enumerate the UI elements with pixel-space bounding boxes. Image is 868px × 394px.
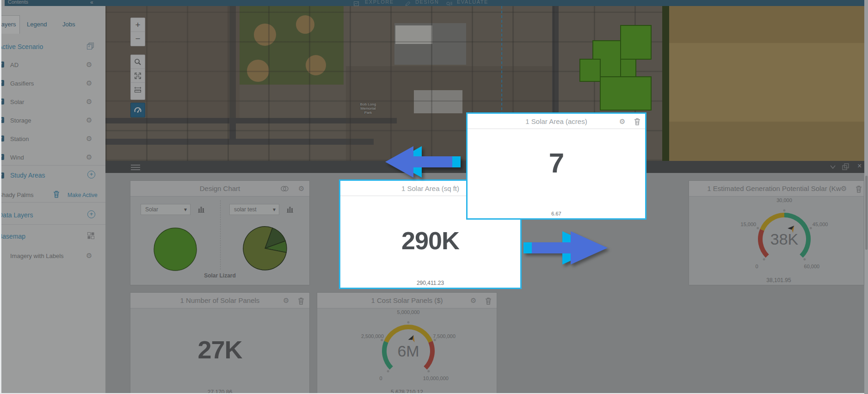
map-park-label: Bob LongMemorialPark — [354, 102, 382, 115]
svg-text:15,000: 15,000 — [741, 222, 757, 227]
layer-label: Storage — [10, 117, 31, 124]
add-data-layer-button[interactable]: + — [87, 210, 95, 218]
layer-label: Gasifiers — [10, 80, 34, 87]
page-edge-left — [0, 0, 1, 394]
dashboard-menu-icon[interactable] — [131, 163, 140, 172]
svg-text:5,000,000: 5,000,000 — [397, 309, 420, 315]
indicator-value: 27K — [130, 335, 309, 364]
chart-field-select-left[interactable]: Solar▾ — [141, 204, 191, 215]
map-field-strip — [669, 6, 864, 43]
panel-trash-icon[interactable] — [298, 297, 304, 306]
vertical-scrollbar[interactable] — [864, 0, 868, 394]
zoom-control: + − — [130, 18, 145, 46]
layer-gear-icon[interactable]: ⚙ — [86, 117, 92, 123]
layer-label: Solar — [10, 98, 24, 105]
layer-gear-icon[interactable]: ⚙ — [86, 98, 92, 105]
design-icon — [405, 0, 410, 6]
study-areas-checkbox[interactable]: ✓ — [1, 172, 4, 179]
design-chart-panel: Design Chart ⚙ Solar▾ solar test▾ Solar … — [130, 180, 310, 285]
solar-design-polygons[interactable] — [575, 23, 658, 117]
make-active-link[interactable]: Make Active — [68, 192, 98, 198]
zoom-out-button[interactable]: − — [131, 32, 145, 46]
gauge-cost: 02,500,0005,000,0007,500,00010,000,0006M — [330, 296, 487, 391]
svg-text:38K: 38K — [770, 230, 799, 248]
annotation-arrow-right — [523, 229, 611, 268]
map-field-strip — [669, 122, 864, 161]
layer-checkbox[interactable]: ✓ — [1, 117, 4, 123]
pie-chart-solar-test — [242, 226, 288, 273]
panel-header: 1 Solar Area (acres) ⚙ — [468, 114, 645, 129]
top-app-bar: Contents « EXPLORE DESIGN EVALUATE — [1, 0, 864, 6]
measure-button[interactable] — [131, 83, 145, 97]
panel-gear-icon[interactable]: ⚙ — [298, 185, 304, 192]
panel-trash-icon[interactable] — [634, 118, 640, 127]
delete-study-area-icon[interactable] — [53, 191, 60, 200]
evaluate-icon — [446, 0, 452, 6]
basemap-gallery-icon[interactable] — [87, 232, 94, 241]
svg-text:0: 0 — [380, 376, 382, 381]
tab-layers[interactable]: Layers — [1, 15, 20, 34]
indicator-detail-value: 290,411.23 — [340, 280, 520, 286]
svg-text:7,500,000: 7,500,000 — [433, 333, 456, 339]
divider — [1, 202, 105, 203]
bar-chart-type-icon[interactable] — [287, 206, 294, 215]
indicator-value: 290K — [340, 226, 520, 255]
menu-explore[interactable]: EXPLORE — [365, 0, 394, 5]
active-scenario-header: Active Scenario — [1, 43, 43, 50]
basemap-header: Basemap — [1, 233, 25, 240]
tab-legend[interactable]: Legend — [27, 21, 47, 28]
bar-chart-type-icon[interactable] — [198, 206, 205, 215]
restore-dashboard-icon[interactable] — [842, 163, 850, 173]
pie-chart-toggle-icon[interactable] — [281, 185, 289, 193]
layer-gear-icon[interactable]: ⚙ — [86, 80, 92, 86]
layer-checkbox[interactable]: ✓ — [1, 154, 4, 160]
duplicate-scenario-icon[interactable] — [87, 42, 94, 51]
explore-icon — [354, 0, 359, 6]
basemap-item-label: Imagery with Labels — [10, 252, 64, 259]
chart-field-select-right[interactable]: solar test▾ — [229, 204, 279, 215]
svg-text:0: 0 — [756, 264, 758, 269]
dashboard-toggle-button[interactable] — [130, 103, 145, 117]
panel-header: Design Chart ⚙ — [130, 181, 309, 197]
panel-title: 1 Solar Area (acres) — [468, 114, 645, 129]
menu-design[interactable]: DESIGN — [415, 0, 439, 5]
indicator-detail-value: 6.67 — [468, 211, 645, 216]
map-tree-line — [662, 6, 669, 161]
full-extent-button[interactable] — [131, 69, 145, 83]
svg-text:10,000,000: 10,000,000 — [423, 376, 449, 381]
panel-gear-icon[interactable]: ⚙ — [619, 118, 625, 125]
menu-evaluate[interactable]: EVALUATE — [457, 0, 488, 5]
svg-text:6M: 6M — [397, 342, 419, 360]
add-study-area-button[interactable]: + — [87, 171, 95, 179]
layer-checkbox[interactable]: ✓ — [1, 135, 4, 142]
layer-label: AD — [10, 62, 18, 68]
layer-gear-icon[interactable]: ⚙ — [86, 154, 92, 160]
zoom-in-button[interactable]: + — [131, 18, 145, 32]
contents-panel: Layers Legend Jobs Active Scenario ✓AD⚙ … — [1, 6, 105, 393]
panel-gear-icon[interactable]: ⚙ — [283, 297, 289, 304]
chart-split-divider — [220, 200, 221, 270]
close-dashboard-icon[interactable]: × — [857, 162, 862, 170]
tab-jobs[interactable]: Jobs — [62, 21, 75, 28]
layer-checkbox[interactable]: ✓ — [1, 62, 4, 68]
panel-header: 1 Number of Solar Panels ⚙ — [130, 293, 309, 308]
study-areas-header: Study Areas — [10, 172, 45, 179]
chevron-down-icon: ▾ — [273, 204, 276, 215]
scrollbar-thumb[interactable] — [865, 176, 868, 250]
chevron-down-icon: ▾ — [184, 204, 187, 215]
gauge-estimated-generation: 015,00030,00045,00060,00038K — [706, 185, 863, 279]
header-corner-gap — [1, 0, 5, 6]
layer-gear-icon[interactable]: ⚙ — [86, 61, 92, 68]
layer-checkbox[interactable]: ✓ — [1, 98, 4, 105]
collapse-panel-icon[interactable]: « — [90, 0, 93, 6]
layer-gear-icon[interactable]: ⚙ — [86, 135, 92, 142]
svg-text:30,000: 30,000 — [776, 197, 792, 203]
search-button[interactable] — [131, 55, 145, 69]
panel-title: 1 Number of Solar Panels — [130, 293, 309, 308]
number-of-solar-panels-panel: 1 Number of Solar Panels ⚙ 27K 27,170.86 — [130, 292, 310, 394]
collapse-dashboard-icon[interactable] — [829, 163, 837, 172]
study-area-name: Shady Palms — [1, 191, 34, 198]
layer-label: Wind — [10, 154, 24, 161]
basemap-gear-icon[interactable]: ⚙ — [86, 252, 92, 259]
layer-checkbox[interactable]: ✓ — [1, 80, 4, 86]
